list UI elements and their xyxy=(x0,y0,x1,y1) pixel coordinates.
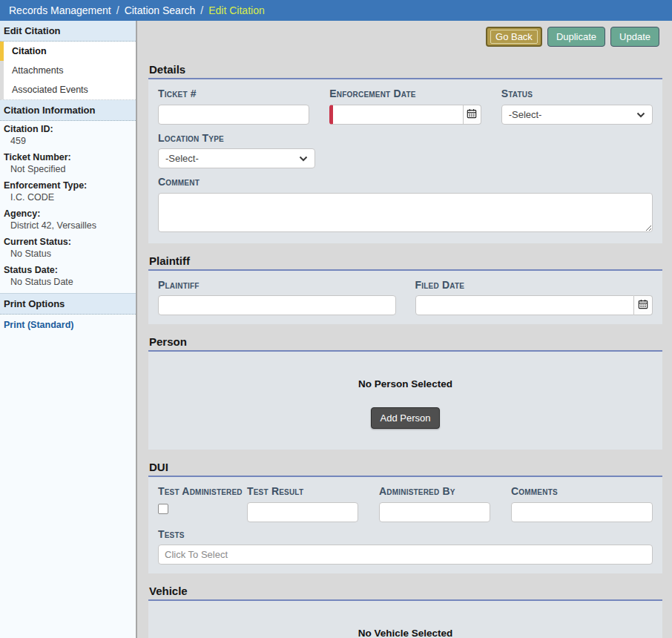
section-dui-title: DUI xyxy=(149,461,662,473)
section-details-title: Details xyxy=(149,63,662,76)
comment-label: Comment xyxy=(158,176,653,189)
comment-field: Comment xyxy=(158,176,653,234)
filed-date-input[interactable] xyxy=(415,295,635,315)
location-type-select-value: -Select- xyxy=(165,153,199,164)
section-person-title: Person xyxy=(149,335,662,348)
no-person-selected-text: No Person Selected xyxy=(148,378,662,389)
current-status-value: No Status xyxy=(0,248,136,262)
print-standard-link[interactable]: Print (Standard) xyxy=(0,315,136,335)
breadcrumb-separator: / xyxy=(200,4,203,16)
section-plaintiff-title: Plaintiff xyxy=(149,254,662,267)
status-date-value: No Status Date xyxy=(0,276,136,290)
ticket-number-info-value: Not Specified xyxy=(0,163,136,177)
test-result-input[interactable] xyxy=(247,502,358,522)
sidebar-header-citation-information: Citation Information xyxy=(0,100,136,121)
update-button[interactable]: Update xyxy=(610,27,659,47)
dui-comments-label: Comments xyxy=(511,485,653,499)
add-person-button[interactable]: Add Person xyxy=(371,407,441,429)
breadcrumb-current: Edit Citation xyxy=(208,4,264,16)
test-result-label: Test Result xyxy=(247,485,379,499)
plaintiff-label: Plaintiff xyxy=(158,279,396,292)
plaintiff-field: Plaintiff xyxy=(158,279,396,316)
ticket-number-field: Ticket # xyxy=(158,88,309,125)
info-row: Current Status: No Status xyxy=(0,234,136,262)
test-result-field: Test Result xyxy=(247,485,379,522)
status-select[interactable]: -Select- xyxy=(501,105,653,125)
ticket-number-info-label: Ticket Number: xyxy=(0,149,136,163)
section-vehicle-title: Vehicle xyxy=(149,585,662,597)
breadcrumb-item-citation-search[interactable]: Citation Search xyxy=(125,4,196,16)
info-row: Enforcement Type: I.C. CODE xyxy=(0,177,136,205)
status-date-label: Status Date: xyxy=(0,262,136,276)
test-administered-field: Test Administered xyxy=(158,485,247,522)
filed-date-calendar-button[interactable] xyxy=(634,295,653,315)
plaintiff-input[interactable] xyxy=(158,295,396,315)
administered-by-label: Administered By xyxy=(379,485,511,499)
chevron-down-icon xyxy=(299,153,308,164)
sidebar-header-edit-citation: Edit Citation xyxy=(0,21,136,42)
status-select-value: -Select- xyxy=(509,109,542,120)
status-field: Status -Select- xyxy=(501,88,653,125)
ticket-number-input[interactable] xyxy=(158,105,309,125)
citation-id-value: 459 xyxy=(0,135,136,149)
test-administered-checkbox[interactable] xyxy=(158,504,168,514)
tests-label: Tests xyxy=(158,528,653,542)
info-row: Ticket Number: Not Specified xyxy=(0,149,136,177)
duplicate-button[interactable]: Duplicate xyxy=(547,27,605,47)
agency-label: Agency: xyxy=(0,205,136,220)
filed-date-label: Filed Date xyxy=(415,279,653,292)
location-type-field: Location Type -Select- xyxy=(158,132,653,169)
info-row: Status Date: No Status Date xyxy=(0,262,136,290)
vehicle-panel: No Vehicle Selected Add Vehicle xyxy=(148,599,662,638)
comment-textarea[interactable] xyxy=(158,193,653,232)
sidebar-item-associated-events[interactable]: Associated Events xyxy=(0,80,136,99)
dui-comments-input[interactable] xyxy=(511,502,653,522)
current-status-label: Current Status: xyxy=(0,234,136,248)
sidebar: Edit Citation Citation Attachments Assoc… xyxy=(0,21,137,638)
enforcement-date-input[interactable] xyxy=(329,105,464,125)
no-vehicle-selected-text: No Vehicle Selected xyxy=(148,628,662,638)
enforcement-date-label: Enforcement Date xyxy=(329,88,481,101)
sidebar-header-print-options: Print Options xyxy=(0,293,136,315)
go-back-button[interactable]: Go Back xyxy=(486,27,542,47)
citation-id-label: Citation ID: xyxy=(0,121,136,135)
enforcement-date-field: Enforcement Date xyxy=(329,88,481,125)
dui-panel: Test Administered Test Result Administer… xyxy=(148,476,662,573)
info-row: Agency: District 42, Versailles xyxy=(0,205,136,234)
administered-by-field: Administered By xyxy=(379,485,511,522)
tests-field: Tests xyxy=(158,528,653,565)
details-panel: Ticket # Enforcement Date xyxy=(148,78,662,243)
info-row: Citation ID: 459 xyxy=(0,121,136,149)
administered-by-input[interactable] xyxy=(379,502,490,522)
breadcrumb-separator: / xyxy=(116,4,119,16)
tests-select-input[interactable] xyxy=(158,545,653,565)
enforcement-date-calendar-button[interactable] xyxy=(464,105,481,125)
sidebar-item-attachments[interactable]: Attachments xyxy=(0,61,136,80)
breadcrumb-item-records-management[interactable]: Records Management xyxy=(9,4,111,16)
agency-value: District 42, Versailles xyxy=(0,220,136,234)
status-label: Status xyxy=(501,88,653,101)
dui-comments-field: Comments xyxy=(511,485,653,522)
location-type-label: Location Type xyxy=(158,132,653,145)
main-content: Go Back Duplicate Update Details Ticket … xyxy=(137,21,672,638)
enforcement-type-value: I.C. CODE xyxy=(0,191,136,205)
test-administered-label: Test Administered xyxy=(158,485,247,499)
breadcrumb: Records Management / Citation Search / E… xyxy=(0,0,672,21)
sidebar-item-citation[interactable]: Citation xyxy=(0,42,136,61)
action-bar: Go Back Duplicate Update xyxy=(148,21,662,52)
chevron-down-icon xyxy=(636,109,645,120)
enforcement-type-label: Enforcement Type: xyxy=(0,177,136,191)
plaintiff-panel: Plaintiff Filed Date xyxy=(148,269,662,325)
filed-date-field: Filed Date xyxy=(415,279,653,316)
calendar-icon xyxy=(638,299,648,312)
ticket-number-label: Ticket # xyxy=(158,88,309,101)
location-type-select[interactable]: -Select- xyxy=(158,148,315,168)
go-back-button-label: Go Back xyxy=(490,30,538,44)
person-panel: No Person Selected Add Person xyxy=(148,350,662,450)
calendar-icon xyxy=(467,108,477,121)
